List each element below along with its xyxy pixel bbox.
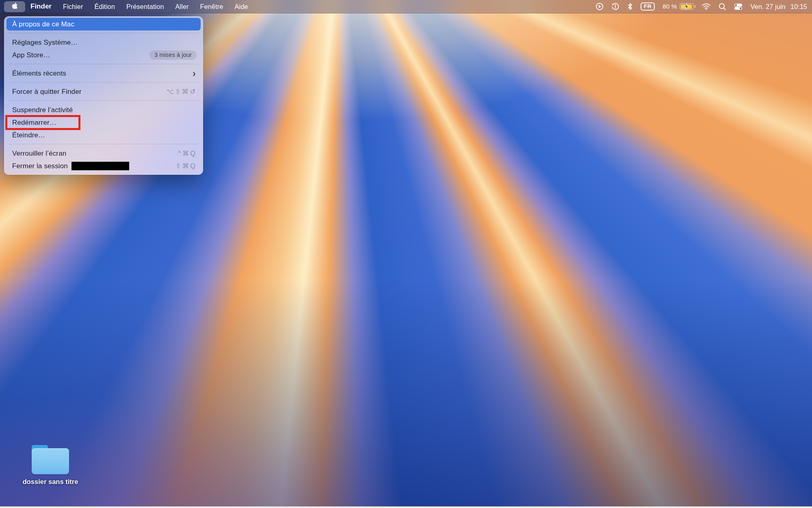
menu-separator — [8, 64, 199, 64]
menubar-menu-aller[interactable]: Aller — [175, 3, 189, 11]
desktop-folder[interactable]: dossier sans titre — [12, 445, 89, 486]
battery-percent: 80 % — [663, 3, 677, 10]
menu-item-force-quit-finder[interactable]: Forcer à quitter Finder⌥⇧⌘↺ — [6, 85, 201, 98]
apple-menu-button[interactable] — [4, 1, 25, 12]
menu-separator — [8, 144, 199, 144]
menubar-date: Ven. 27 juin — [750, 3, 785, 11]
menu-item-app-store[interactable]: App Store…3 mises à jour — [6, 49, 201, 61]
menubar-menu-fichier[interactable]: Fichier — [63, 3, 83, 11]
menu-item-label: App Store… — [12, 51, 50, 59]
now-playing-icon[interactable] — [595, 2, 604, 11]
control-center-icon[interactable] — [734, 3, 743, 10]
apple-menu-dropdown: À propos de ce MacRéglages Système…App S… — [4, 16, 203, 175]
menu-item-label: Éteindre… — [12, 131, 45, 139]
menu-separator — [8, 33, 199, 33]
screen-bottom-edge — [0, 506, 812, 508]
chevron-right-icon: › — [193, 69, 196, 78]
menubar-menu-fenetre[interactable]: Fenêtre — [200, 3, 223, 11]
updates-badge: 3 mises à jour — [149, 50, 197, 60]
menu-separator — [8, 82, 199, 82]
menu-item-shortcut: ^⌘Q — [178, 150, 197, 157]
apple-logo-icon — [12, 2, 18, 11]
menubar-menu-aide[interactable]: Aide — [234, 3, 248, 11]
menu-item-lock-screen[interactable]: Verrouiller l’écran^⌘Q — [6, 147, 201, 160]
menu-item-label: À propos de ce Mac — [12, 20, 74, 28]
menu-item-label: Redémarrer… — [12, 119, 56, 127]
menu-item-recent-items[interactable]: Éléments récents› — [6, 67, 201, 80]
spotlight-search-icon[interactable] — [719, 3, 726, 11]
menu-item-label: Fermer la session — [12, 162, 68, 170]
menubar-clock[interactable]: Ven. 27 juin 10:15 — [750, 3, 807, 11]
menu-item-restart[interactable]: Redémarrer… — [6, 116, 201, 129]
menubar-time: 10:15 — [790, 3, 807, 11]
menu-item-label: Forcer à quitter Finder — [12, 88, 81, 96]
menu-item-system-settings[interactable]: Réglages Système… — [6, 36, 201, 49]
menu-item-shut-down[interactable]: Éteindre… — [6, 129, 201, 141]
bluetooth-icon[interactable] — [627, 2, 633, 11]
redacted-username — [71, 162, 129, 170]
menu-item-label: Réglages Système… — [12, 39, 78, 47]
folder-icon — [32, 445, 69, 474]
wifi-icon[interactable] — [702, 3, 711, 10]
folder-label: dossier sans titre — [12, 478, 89, 486]
menu-item-label: Suspendre l’activité — [12, 106, 73, 114]
menu-item-log-out[interactable]: Fermer la session⇧⌘Q — [6, 160, 201, 172]
menubar-menu-edition[interactable]: Édition — [94, 3, 115, 11]
menu-bar: Finder FichierÉditionPrésentationAllerFe… — [0, 0, 812, 13]
menu-item-label: Verrouiller l’écran — [12, 150, 66, 158]
menu-item-about-this-mac[interactable]: À propos de ce Mac — [6, 18, 201, 30]
menubar-app-name[interactable]: Finder — [30, 2, 52, 11]
menubar-menu-presentation[interactable]: Présentation — [126, 3, 164, 11]
menu-separator — [8, 100, 199, 101]
battery-status[interactable]: 80 % — [663, 3, 694, 10]
menu-item-label: Éléments récents — [12, 69, 66, 78]
update-alert-icon[interactable] — [611, 2, 619, 11]
battery-icon — [680, 3, 694, 10]
menu-item-sleep[interactable]: Suspendre l’activité — [6, 104, 201, 116]
menu-item-shortcut: ⌥⇧⌘↺ — [166, 88, 197, 96]
menu-item-shortcut: ⇧⌘Q — [175, 162, 197, 170]
input-source-badge[interactable]: FR — [641, 2, 655, 11]
